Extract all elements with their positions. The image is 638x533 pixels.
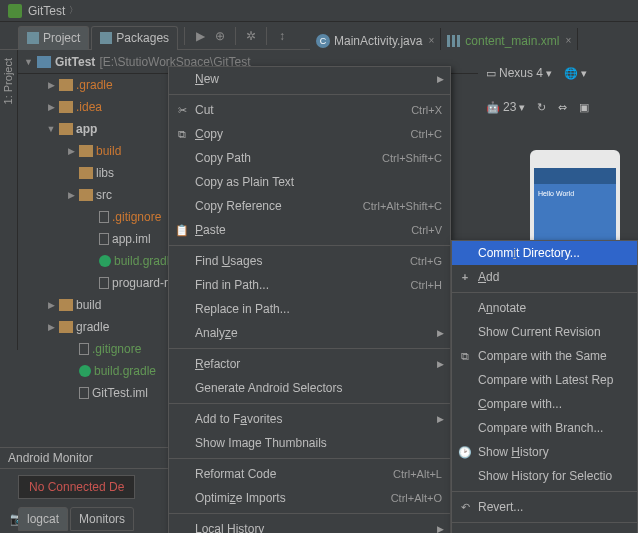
copy-icon: ⧉ bbox=[175, 127, 189, 141]
menu-cmpwith[interactable]: Compare with... bbox=[452, 392, 637, 416]
app-icon bbox=[8, 4, 22, 18]
folder-icon bbox=[37, 56, 51, 68]
menu-commit-directory[interactable]: Commit Directory... bbox=[452, 241, 637, 265]
api-selector[interactable]: 🤖23 ▾ bbox=[482, 98, 529, 116]
project-tab[interactable]: Project bbox=[18, 26, 89, 50]
globe-icon[interactable]: 🌐 ▾ bbox=[560, 65, 591, 82]
preview-text: Hello World bbox=[538, 190, 574, 197]
chevron-right-icon: 〉 bbox=[69, 4, 78, 17]
menu-showrev[interactable]: Show Current Revision bbox=[452, 320, 637, 344]
menu-localhistory[interactable]: Local History▶ bbox=[169, 517, 450, 533]
scissors-icon: ✂ bbox=[175, 103, 189, 117]
menu-add[interactable]: +Add bbox=[452, 265, 637, 289]
monitor-label: Android Monitor bbox=[8, 451, 93, 465]
tab-label: content_main.xml bbox=[465, 34, 559, 48]
menu-cut[interactable]: ✂CutCtrl+X bbox=[169, 98, 450, 122]
menu-cmpbranch[interactable]: Compare with Branch... bbox=[452, 416, 637, 440]
close-icon[interactable]: × bbox=[428, 35, 434, 46]
run-icon[interactable]: ▶ bbox=[191, 27, 209, 45]
fit-icon[interactable]: ⇔ bbox=[554, 99, 571, 116]
separator bbox=[169, 403, 450, 404]
refresh-icon[interactable]: ↻ bbox=[533, 99, 550, 116]
side-strip-label: 1: Project bbox=[0, 50, 16, 112]
packages-tab-label: Packages bbox=[116, 31, 169, 45]
design-toolbar: ▭ Nexus 4 ▾ 🌐 ▾ 🤖23 ▾ ↻ ⇔ ▣ bbox=[478, 54, 638, 126]
menu-annotate[interactable]: Annotate bbox=[452, 296, 637, 320]
project-tab-label: Project bbox=[43, 31, 80, 45]
revert-icon: ↶ bbox=[458, 500, 472, 514]
menu-copyplain[interactable]: Copy as Plain Text bbox=[169, 170, 450, 194]
menu-findinpath[interactable]: Find in Path...Ctrl+H bbox=[169, 273, 450, 297]
menu-showhist[interactable]: 🕑Show History bbox=[452, 440, 637, 464]
close-icon[interactable]: × bbox=[565, 35, 571, 46]
gear-icon[interactable]: ✲ bbox=[242, 27, 260, 45]
menu-cmplatest[interactable]: Compare with Latest Rep bbox=[452, 368, 637, 392]
separator bbox=[452, 522, 637, 523]
menu-showhistsel[interactable]: Show History for Selectio bbox=[452, 464, 637, 488]
tree-expand-icon[interactable]: ▼ bbox=[24, 57, 33, 67]
menu-revert[interactable]: ↶Revert... bbox=[452, 495, 637, 519]
menu-reformat[interactable]: Reformat CodeCtrl+Alt+L bbox=[169, 462, 450, 486]
menu-addfav[interactable]: Add to Favorites▶ bbox=[169, 407, 450, 431]
plus-icon: + bbox=[458, 270, 472, 284]
tab-label: MainActivity.java bbox=[334, 34, 422, 48]
history-icon: 🕑 bbox=[458, 445, 472, 459]
menu-copyref[interactable]: Copy ReferenceCtrl+Alt+Shift+C bbox=[169, 194, 450, 218]
collapse-icon[interactable]: ↕ bbox=[273, 27, 291, 45]
tab-logcat[interactable]: logcat bbox=[18, 507, 68, 531]
menu-replaceinpath[interactable]: Replace in Path... bbox=[169, 297, 450, 321]
menu-cmpsame[interactable]: ⧉Compare with the Same bbox=[452, 344, 637, 368]
crumb-root[interactable]: GitTest bbox=[55, 55, 95, 69]
noconn-label: No Connected De bbox=[18, 475, 135, 499]
menu-genandroid[interactable]: Generate Android Selectors bbox=[169, 376, 450, 400]
project-icon bbox=[27, 32, 39, 44]
separator bbox=[184, 27, 185, 45]
menu-new[interactable]: New▶ bbox=[169, 67, 450, 91]
context-menu: New▶ ✂CutCtrl+X ⧉CopyCtrl+C Copy PathCtr… bbox=[168, 66, 451, 533]
separator bbox=[169, 513, 450, 514]
menu-showthumb[interactable]: Show Image Thumbnails bbox=[169, 431, 450, 455]
menu-optimize[interactable]: Optimize ImportsCtrl+Alt+O bbox=[169, 486, 450, 510]
paste-icon: 📋 bbox=[175, 223, 189, 237]
menu-copy[interactable]: ⧉CopyCtrl+C bbox=[169, 122, 450, 146]
separator bbox=[169, 458, 450, 459]
separator bbox=[169, 94, 450, 95]
packages-tab[interactable]: Packages bbox=[91, 26, 178, 50]
window-titlebar: GitTest 〉 bbox=[0, 0, 638, 22]
tab-monitors[interactable]: Monitors bbox=[70, 507, 134, 531]
separator bbox=[169, 348, 450, 349]
menu-repository[interactable]: Repository▶ bbox=[452, 526, 637, 533]
no-connected-devices: No Connected De bbox=[18, 471, 135, 503]
bottom-tabs: logcat Monitors bbox=[18, 505, 134, 533]
menu-copypath[interactable]: Copy PathCtrl+Shift+C bbox=[169, 146, 450, 170]
compare-icon: ⧉ bbox=[458, 349, 472, 363]
separator bbox=[452, 292, 637, 293]
side-strip[interactable]: 1: Project bbox=[0, 50, 18, 350]
device-selector[interactable]: ▭ Nexus 4 ▾ bbox=[482, 64, 556, 82]
separator bbox=[266, 27, 267, 45]
layout-icon bbox=[447, 35, 461, 47]
separator bbox=[452, 491, 637, 492]
menu-analyze[interactable]: Analyze▶ bbox=[169, 321, 450, 345]
separator bbox=[169, 245, 450, 246]
java-class-icon: C bbox=[316, 34, 330, 48]
target-icon[interactable]: ⊕ bbox=[211, 27, 229, 45]
zoom-icon[interactable]: ▣ bbox=[575, 99, 593, 116]
window-title: GitTest bbox=[28, 4, 65, 18]
git-submenu: Commit Directory... +Add Annotate Show C… bbox=[451, 240, 638, 533]
packages-icon bbox=[100, 32, 112, 44]
menu-paste[interactable]: 📋PasteCtrl+V bbox=[169, 218, 450, 242]
menu-refactor[interactable]: Refactor▶ bbox=[169, 352, 450, 376]
separator bbox=[235, 27, 236, 45]
menu-findusages[interactable]: Find UsagesCtrl+G bbox=[169, 249, 450, 273]
